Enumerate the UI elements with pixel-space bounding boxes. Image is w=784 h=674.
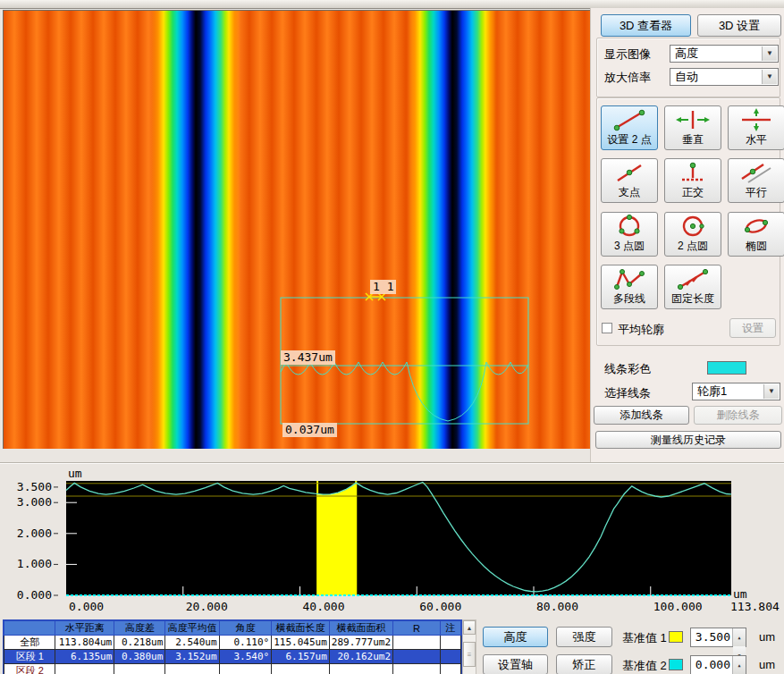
- intensity-mode-button[interactable]: 强度: [556, 627, 612, 647]
- pivot-icon: .r{stroke:#cf2b20;stroke-width:2.4;}.g c…: [610, 161, 649, 184]
- tool-button-horizontal[interactable]: .r{stroke:#cf2b20;stroke-width:2.4;}.g c…: [728, 105, 784, 150]
- row-label[interactable]: 全部: [4, 636, 55, 650]
- table-row[interactable]: 区段 2: [4, 664, 461, 674]
- x-tick-label: 20.000: [186, 600, 228, 613]
- y-tick-label: 3.000: [13, 495, 52, 509]
- scrollbar-thumb[interactable]: ≡: [463, 642, 476, 667]
- height-mode-button[interactable]: 高度: [483, 627, 548, 647]
- tool-button-label: 正交: [682, 185, 704, 200]
- table-header-row: 水平距离高度差高度平均值角度横截面长度横截面面积R注: [4, 621, 461, 636]
- y-tick-label: 2.000: [13, 527, 52, 540]
- delete-line-button[interactable]: 删除线条: [694, 406, 782, 425]
- tool-button-label: 椭圆: [746, 239, 767, 254]
- table-cell: 6.157um: [272, 650, 330, 664]
- spinner-arrows-icon[interactable]: ▲▼: [732, 656, 746, 674]
- table-cell: [329, 664, 392, 674]
- table-row[interactable]: 全部113.804um0.218um2.540um0.110°115.045um…: [4, 636, 461, 650]
- display-image-label: 显示图像: [604, 46, 651, 63]
- y-tick-label: 3.500: [13, 480, 52, 493]
- table-scrollbar[interactable]: ▲ ≡: [462, 619, 476, 674]
- tool-button-parallel[interactable]: .r{stroke:#cf2b20;stroke-width:2.4;}.g c…: [728, 158, 784, 203]
- datum1-input[interactable]: 3.500 ▲▼: [690, 628, 746, 647]
- viewer-control-panel: 3D 查看器 3D 设置 显示图像 高度 ▼ 放大倍率 自动 ▼ .r{stro…: [590, 8, 784, 462]
- ellipse-icon: .r{stroke:#cf2b20;stroke-width:2.4;}.g c…: [737, 215, 776, 238]
- average-profile-checkbox[interactable]: [602, 323, 612, 333]
- circle-2point-icon: .r{stroke:#cf2b20;stroke-width:2.4;}.g c…: [673, 215, 712, 238]
- table-cell: [393, 664, 441, 674]
- datum2-input[interactable]: 0.000 ▲▼: [690, 655, 746, 674]
- x-tick-label: 60.000: [419, 600, 461, 613]
- profile-marker-label: 1 1: [370, 280, 396, 294]
- chevron-down-icon[interactable]: ▼: [762, 46, 777, 61]
- table-cell: 0.218um: [114, 636, 165, 650]
- table-cell: 113.804um: [55, 636, 114, 650]
- row-label[interactable]: 区段 2: [4, 664, 55, 674]
- x-end-label: 113.804: [730, 600, 780, 613]
- select-line-label: 选择线条: [604, 385, 651, 401]
- fixed-length-icon: .r{stroke:#cf2b20;stroke-width:2.4;}.g c…: [673, 267, 712, 291]
- table-row[interactable]: 区段 16.135um0.380um3.152um3.540°6.157um20…: [4, 650, 461, 664]
- table-cell: 2.540um: [165, 636, 219, 650]
- scrollbar-up-icon[interactable]: ▲: [463, 620, 476, 635]
- tool-button-orthogonal[interactable]: .r{stroke:#cf2b20;stroke-width:2.4;}.g c…: [664, 158, 721, 203]
- correction-button[interactable]: 矫正: [556, 654, 612, 674]
- table-cell: [55, 664, 114, 674]
- measurement-table[interactable]: 水平距离高度差高度平均值角度横截面长度横截面面积R注全部113.804um0.2…: [3, 619, 462, 674]
- chevron-down-icon[interactable]: ▼: [762, 70, 777, 84]
- display-image-select[interactable]: 高度 ▼: [670, 45, 779, 63]
- table-cell: [440, 636, 460, 650]
- table-cell: 289.777um2: [329, 636, 392, 650]
- table-cell: 6.135um: [55, 650, 114, 664]
- row-label[interactable]: 区段 1: [4, 650, 55, 664]
- table-header-cell: 水平距离: [55, 621, 114, 636]
- magnification-select[interactable]: 自动 ▼: [670, 68, 779, 86]
- select-line-value: 轮廓1: [697, 384, 727, 398]
- add-line-button[interactable]: 添加线条: [594, 406, 689, 425]
- table-header-cell: R: [393, 621, 441, 636]
- set-axis-button[interactable]: 设置轴: [483, 654, 548, 674]
- tool-button-circle-2point[interactable]: .r{stroke:#cf2b20;stroke-width:2.4;}.g c…: [664, 212, 721, 257]
- datum2-label: 基准值 2: [622, 658, 667, 674]
- datum2-color-swatch[interactable]: [669, 659, 683, 670]
- chevron-down-icon[interactable]: ▼: [763, 384, 779, 399]
- tool-button-pivot[interactable]: .r{stroke:#cf2b20;stroke-width:2.4;}.g c…: [601, 158, 658, 203]
- measurement-overlay[interactable]: [4, 11, 591, 450]
- magnification-value: 自动: [675, 70, 698, 83]
- line-color-swatch[interactable]: [707, 361, 746, 375]
- tool-button-ellipse[interactable]: .r{stroke:#cf2b20;stroke-width:2.4;}.g c…: [728, 212, 784, 257]
- tool-button-label: 3 点圆: [614, 239, 645, 254]
- tab-3d-viewer[interactable]: 3D 查看器: [601, 14, 691, 37]
- table-cell: [393, 650, 441, 664]
- tab-3d-settings[interactable]: 3D 设置: [697, 14, 781, 37]
- select-line-select[interactable]: 轮廓1 ▼: [692, 383, 780, 400]
- display-image-value: 高度: [675, 46, 698, 60]
- tool-button-circle-3point[interactable]: .r{stroke:#cf2b20;stroke-width:2.4;}.g c…: [601, 212, 658, 257]
- horizontal-icon: .r{stroke:#cf2b20;stroke-width:2.4;}.g c…: [737, 108, 776, 131]
- datum1-color-swatch[interactable]: [669, 631, 683, 643]
- spinner-arrows-icon[interactable]: ▲▼: [732, 628, 746, 646]
- x-tick-label: 40.000: [303, 600, 345, 613]
- table-header-cell: 注: [440, 621, 460, 636]
- table-cell: [440, 664, 460, 674]
- line-color-label: 线条彩色: [604, 361, 651, 377]
- tool-button-vertical[interactable]: .r{stroke:#cf2b20;stroke-width:2.4;}.g c…: [664, 105, 721, 150]
- x-axis-unit: um: [733, 587, 747, 601]
- height-map-view[interactable]: 1 1 3.437um 0.037um: [3, 10, 590, 449]
- datum2-unit: um: [759, 658, 775, 671]
- profile-chart[interactable]: [0, 463, 784, 615]
- tool-button-label: 2 点圆: [678, 239, 708, 254]
- tool-button-polyline[interactable]: .r{stroke:#cf2b20;stroke-width:2.4;}.g c…: [601, 265, 658, 309]
- tool-button-label: 固定长度: [671, 291, 714, 307]
- profile-settings-button[interactable]: 设置: [729, 318, 776, 338]
- table-header-cell: 高度平均值: [165, 621, 219, 636]
- measurement-history-button[interactable]: 测量线历史记录: [595, 431, 781, 449]
- tool-button-fixed-length[interactable]: .r{stroke:#cf2b20;stroke-width:2.4;}.g c…: [664, 265, 721, 309]
- upper-height-label: 3.437um: [281, 350, 335, 365]
- table-cell: [440, 650, 460, 664]
- datum1-value: 3.500: [695, 630, 730, 644]
- polyline-icon: .r{stroke:#cf2b20;stroke-width:2.4;}.g c…: [610, 267, 649, 291]
- profile-analysis-panel: 3.5003.0002.0001.0000.0000.00020.00040.0…: [0, 462, 784, 674]
- tool-button-two-point-line[interactable]: .r{stroke:#cf2b20;stroke-width:2.4;}.g c…: [601, 105, 658, 150]
- tool-button-label: 平行: [746, 185, 767, 200]
- magnification-label: 放大倍率: [604, 70, 651, 86]
